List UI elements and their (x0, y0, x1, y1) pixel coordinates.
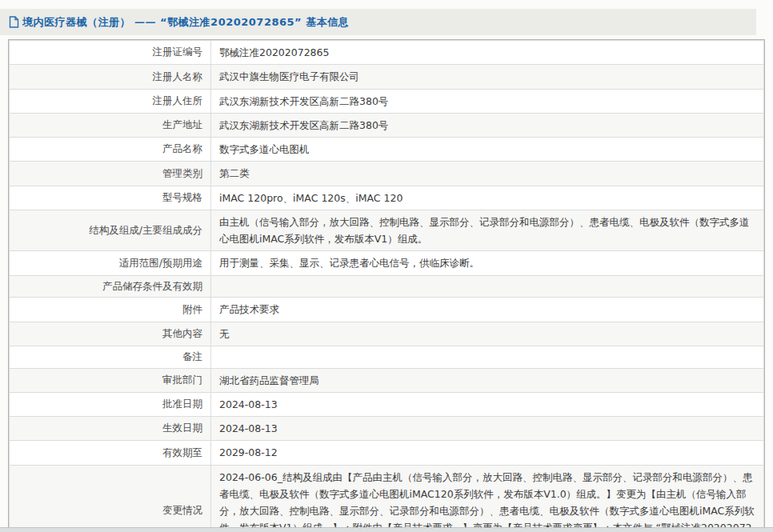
table-row: 注册人名称 武汉中旗生物医疗电子有限公司 (10, 65, 764, 89)
label-remarks: 备注 (10, 346, 211, 368)
table-row: 产品储存条件及有效期 (10, 275, 764, 298)
value-expiry-date: 2029-08-12 (211, 441, 764, 465)
value-effective-date: 2024-08-13 (211, 417, 764, 441)
page-title: 境内医疗器械（注册） —— “鄂械注准20202072865” 基本信息 (22, 15, 349, 30)
registration-info-table: 注册证编号 鄂械注准20202072865 注册人名称 武汉中旗生物医疗电子有限… (8, 39, 765, 532)
value-registrant-address: 武汉东湖新技术开发区高新二路380号 (211, 89, 764, 113)
label-expiry-date: 有效期至 (10, 441, 211, 465)
value-registrant-name: 武汉中旗生物医疗电子有限公司 (211, 65, 764, 89)
table-row: 管理类别 第二类 (10, 162, 764, 186)
value-other-content: 无 (211, 322, 764, 346)
value-intended-use: 用于测量、采集、显示、记录患者心电信号，供临床诊断。 (211, 251, 764, 275)
value-approval-department: 湖北省药品监督管理局 (211, 368, 764, 392)
footer-strip (0, 527, 773, 532)
value-change-history: 2024-06-06_结构及组成由【产品由主机（信号输入部分，放大回路、控制电路… (211, 465, 764, 532)
label-registration-cert-number: 注册证编号 (10, 41, 211, 65)
label-approval-date: 批准日期 (10, 392, 211, 416)
table-row: 审批部门 湖北省药品监督管理局 (10, 368, 764, 392)
value-remarks (211, 346, 764, 368)
label-production-address: 生产地址 (10, 113, 211, 137)
table-row: 型号规格 iMAC 120pro、iMAC 120s、iMAC 120 (10, 186, 764, 210)
label-storage-conditions: 产品储存条件及有效期 (10, 275, 211, 298)
table-row: 生产地址 武汉东湖新技术开发区高新二路380号 (10, 113, 764, 137)
value-attachment: 产品技术要求 (211, 298, 764, 322)
table-row: 结构及组成/主要组成成分 由主机（信号输入部分，放大回路、控制电路、显示部分、记… (10, 210, 764, 251)
value-registration-cert-number: 鄂械注准20202072865 (211, 41, 764, 65)
label-structure-composition: 结构及组成/主要组成成分 (10, 210, 211, 251)
label-registrant-address: 注册人住所 (10, 89, 211, 113)
value-approval-date: 2024-08-13 (211, 392, 764, 416)
value-production-address: 武汉东湖新技术开发区高新二路380号 (211, 113, 764, 137)
table-row: 其他内容 无 (10, 322, 764, 346)
value-management-category: 第二类 (211, 162, 764, 186)
label-other-content: 其他内容 (10, 322, 211, 346)
label-management-category: 管理类别 (10, 162, 211, 186)
value-structure-composition: 由主机（信号输入部分，放大回路、控制电路、显示部分、记录部分和电源部分）、患者电… (211, 210, 764, 251)
table-row: 备注 (10, 346, 764, 368)
table-row: 注册人住所 武汉东湖新技术开发区高新二路380号 (10, 89, 764, 113)
table-row: 生效日期 2024-08-13 (10, 417, 764, 441)
page-header: 境内医疗器械（注册） —— “鄂械注准20202072865” 基本信息 (0, 9, 756, 35)
table-row: 适用范围/预期用途 用于测量、采集、显示、记录患者心电信号，供临床诊断。 (10, 251, 764, 275)
label-effective-date: 生效日期 (10, 417, 211, 441)
label-intended-use: 适用范围/预期用途 (10, 251, 211, 275)
table-row: 批准日期 2024-08-13 (10, 392, 764, 416)
label-registrant-name: 注册人名称 (10, 65, 211, 89)
label-model-spec: 型号规格 (10, 186, 211, 210)
value-model-spec: iMAC 120pro、iMAC 120s、iMAC 120 (211, 186, 764, 210)
document-icon (9, 16, 19, 28)
value-product-name: 数字式多道心电图机 (211, 138, 764, 162)
label-change-history: 变更情况 (10, 465, 211, 532)
table-row: 变更情况 2024-06-06_结构及组成由【产品由主机（信号输入部分，放大回路… (10, 465, 764, 532)
table-row: 附件 产品技术要求 (10, 298, 764, 322)
table-row: 产品名称 数字式多道心电图机 (10, 138, 764, 162)
table-row: 注册证编号 鄂械注准20202072865 (10, 41, 764, 65)
label-approval-department: 审批部门 (10, 368, 211, 392)
label-product-name: 产品名称 (10, 138, 211, 162)
value-storage-conditions (211, 275, 764, 298)
label-attachment: 附件 (10, 298, 211, 322)
table-row: 有效期至 2029-08-12 (10, 441, 764, 465)
